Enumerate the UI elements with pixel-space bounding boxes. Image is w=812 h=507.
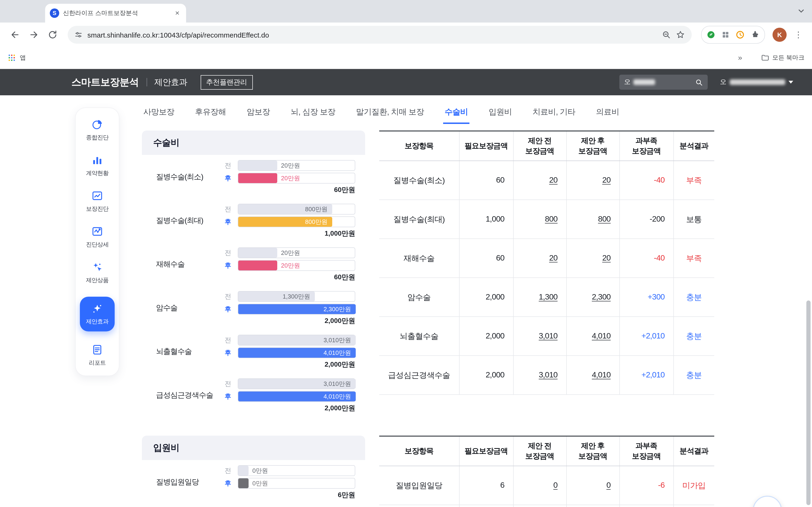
folder-icon [761, 54, 769, 62]
sidebar-item-overall-diagnosis[interactable]: 종합진단 [86, 118, 109, 142]
after-value-link[interactable]: 0 [566, 466, 619, 505]
after-bar-fill [238, 261, 277, 270]
recommend-plan-manage-button[interactable]: 추천플랜관리 [200, 75, 253, 90]
before-label: 전 [224, 380, 238, 388]
reload-icon[interactable] [44, 26, 61, 43]
site-settings-icon[interactable] [74, 31, 83, 39]
sidebar-label: 보장진단 [86, 205, 109, 213]
needed-value: 6 [459, 466, 513, 505]
needed-value: 7 [459, 505, 513, 507]
before-value-link[interactable]: 3,010 [513, 317, 566, 355]
tab-treatment-etc[interactable]: 치료비, 기타 [531, 107, 577, 124]
col-after-amount: 제안 후 보장금액 [566, 131, 619, 161]
tab-search-chevron-icon[interactable] [796, 6, 806, 16]
before-label: 전 [224, 205, 238, 213]
after-value-link[interactable]: 4,010 [566, 317, 619, 355]
sidebar-item-contract-status[interactable]: 계약현황 [86, 154, 109, 177]
sidebar-item-report[interactable]: 리포트 [89, 344, 106, 367]
all-bookmarks-folder[interactable]: 모든 북마크 [761, 54, 805, 62]
benefit-name: 재해수술 [379, 239, 459, 278]
tab-brain-heart[interactable]: 뇌, 심장 보장 [289, 107, 337, 124]
coverage-bar-row: 질병입원일당 전 0만원 후 0만원 6만원 [142, 460, 365, 504]
extension-clock-icon[interactable] [735, 30, 745, 40]
table-row: 재해입원일당 7 0 0 -7 미가입 [379, 505, 714, 507]
tab-cancer[interactable]: 암보장 [245, 107, 271, 124]
sidebar-label: 진단상세 [86, 241, 109, 249]
after-bar-fill [238, 173, 277, 183]
after-bar: 4,010만원 [238, 391, 355, 402]
extension-grid-icon[interactable] [721, 31, 730, 39]
profile-avatar[interactable]: K [772, 28, 786, 42]
before-bar: 3,010만원 [238, 335, 355, 345]
scroll-to-top-button[interactable] [753, 496, 782, 507]
extensions-puzzle-icon[interactable] [751, 30, 760, 40]
back-icon[interactable] [7, 26, 23, 43]
app-title: 스마트보장분석 [71, 75, 139, 89]
before-value-link[interactable]: 3,010 [513, 355, 566, 395]
favicon-letter: S [53, 10, 56, 16]
before-value-link[interactable]: 800 [513, 200, 566, 239]
vertical-scrollbar-thumb[interactable] [806, 300, 811, 505]
sparkle-icon [91, 302, 103, 315]
before-bar: 20만원 [238, 160, 355, 171]
after-value-link[interactable]: 0 [566, 505, 619, 507]
gap-value: -40 [619, 239, 673, 278]
tab-disability[interactable]: 후유장해 [194, 107, 227, 124]
apps-shortcut[interactable]: 앱 [7, 54, 26, 62]
needed-value: 60 [459, 239, 513, 278]
sidebar-item-proposed-products[interactable]: 제안상품 [86, 261, 109, 284]
browser-menu-icon[interactable]: ⋮ [791, 30, 805, 40]
extension-green-icon[interactable] [706, 30, 716, 40]
before-bar: 800만원 [238, 204, 355, 215]
browser-tab[interactable]: S 신한라이프 스마트보장분석 × [45, 4, 186, 22]
masked-search-text [633, 79, 655, 85]
tab-close-icon[interactable]: × [173, 9, 182, 17]
tab-surgery-cost[interactable]: 수술비 [443, 107, 469, 124]
coverage-bar-row: 암수술 전 1,300만원 후 2,300만원 2,000만원 [142, 286, 365, 330]
address-bar[interactable]: smart.shinhanlife.co.kr:10043/cfp/api/re… [68, 26, 692, 44]
needed-value: 1,000 [459, 200, 513, 239]
before-value-link[interactable]: 20 [513, 239, 566, 278]
url-text[interactable]: smart.shinhanlife.co.kr:10043/cfp/api/re… [87, 31, 657, 39]
analysis-result: 충분 [673, 355, 714, 395]
coverage-bar-row: 급성심근경색수술 전 3,010만원 후 4,010만원 2,000만원 [142, 373, 365, 417]
benefit-name: 암수술 [379, 278, 459, 317]
search-icon[interactable] [695, 78, 703, 86]
after-value-link[interactable]: 2,300 [566, 278, 619, 317]
after-value-link[interactable]: 4,010 [566, 355, 619, 395]
before-bar-value: 20만원 [281, 161, 300, 170]
tab-death-coverage[interactable]: 사망보장 [142, 107, 176, 124]
user-dropdown-caret-icon [789, 81, 793, 83]
after-value-link[interactable]: 20 [566, 161, 619, 200]
needed-value: 2,000 [459, 317, 513, 355]
gap-value: -6 [619, 466, 673, 505]
bookmarks-overflow-icon[interactable]: » [738, 54, 742, 62]
before-value-link[interactable]: 1,300 [513, 278, 566, 317]
hand-sparkle-icon [91, 261, 103, 273]
zoom-icon[interactable] [662, 30, 671, 40]
before-value-link[interactable]: 0 [513, 466, 566, 505]
user-menu[interactable]: 오 [720, 78, 793, 87]
tab-medical-cost[interactable]: 의료비 [595, 107, 621, 124]
tab-terminal-dementia[interactable]: 말기질환, 치매 보장 [355, 107, 425, 124]
after-value-link[interactable]: 800 [566, 200, 619, 239]
before-value-link[interactable]: 20 [513, 161, 566, 200]
sidebar-item-coverage-diagnosis[interactable]: 보장진단 [86, 190, 109, 213]
before-value-link[interactable]: 0 [513, 505, 566, 507]
pie-chart-icon [91, 118, 103, 130]
after-value-link[interactable]: 20 [566, 239, 619, 278]
sidebar-item-proposal-effect-active[interactable]: 제안효과 [80, 297, 115, 331]
tab-hospitalization-cost[interactable]: 입원비 [487, 107, 513, 124]
sidebar-label: 계약현황 [86, 169, 109, 177]
forward-icon[interactable] [26, 26, 42, 43]
benefit-name: 질병입원일당 [379, 466, 459, 505]
table-row: 재해수술 60 20 20 -40 부족 [379, 239, 714, 278]
sidebar-item-diagnosis-detail[interactable]: 진단상세 [86, 225, 109, 249]
bookmark-star-icon[interactable] [676, 30, 685, 40]
before-label: 전 [224, 248, 238, 257]
gap-value: +2,010 [619, 317, 673, 355]
after-label: 후 [224, 392, 238, 401]
before-bar: 0만원 [238, 465, 355, 476]
before-bar-value: 1,300만원 [283, 292, 310, 301]
customer-search-input[interactable]: 오 [619, 75, 708, 90]
